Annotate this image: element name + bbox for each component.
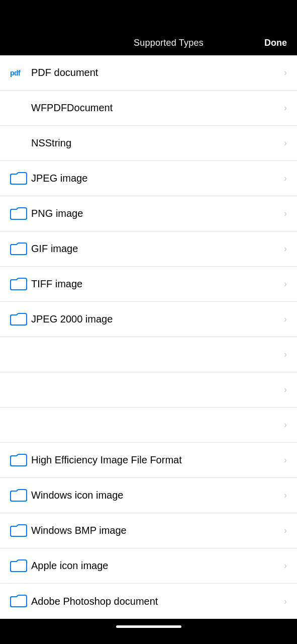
list-item-empty-1[interactable]: › — [0, 337, 297, 372]
folder-icon — [10, 593, 31, 609]
folder-svg-icon — [10, 311, 27, 328]
folder-icon — [10, 452, 31, 468]
folder-svg-icon — [10, 488, 27, 504]
done-button[interactable]: Done — [264, 38, 287, 48]
chevron-right-icon: › — [284, 279, 287, 289]
list-item-apple-icon-image[interactable]: Apple icon image› — [0, 548, 297, 584]
item-label: Windows BMP image — [31, 525, 284, 536]
folder-icon — [10, 171, 31, 187]
chevron-right-icon: › — [284, 420, 287, 430]
chevron-right-icon: › — [284, 314, 287, 325]
item-label: TIFF image — [31, 278, 284, 290]
list-item-heif-image[interactable]: High Efficiency Image File Format› — [0, 443, 297, 478]
chevron-right-icon: › — [284, 384, 287, 395]
folder-svg-icon — [10, 171, 27, 187]
list-item-windows-bmp-image[interactable]: Windows BMP image› — [0, 513, 297, 548]
item-label: JPEG image — [31, 173, 284, 184]
folder-svg-icon — [10, 558, 27, 574]
item-label: Windows icon image — [31, 490, 284, 501]
folder-icon — [10, 241, 31, 257]
folder-svg-icon — [10, 523, 27, 539]
list-item-empty-2[interactable]: › — [0, 372, 297, 408]
list-item-gif-image[interactable]: GIF image› — [0, 231, 297, 267]
folder-svg-icon — [10, 593, 27, 609]
chevron-right-icon: › — [284, 173, 287, 184]
folder-svg-icon — [10, 241, 27, 257]
chevron-right-icon: › — [284, 525, 287, 536]
folder-svg-icon — [10, 276, 27, 292]
item-label: WFPDFDocument — [31, 102, 284, 114]
chevron-right-icon: › — [284, 490, 287, 501]
item-label: Adobe Photoshop document — [31, 596, 284, 607]
list-item-photoshop-document[interactable]: Adobe Photoshop document› — [0, 584, 297, 619]
list-item-jpeg-image[interactable]: JPEG image› — [0, 161, 297, 196]
folder-icon — [10, 276, 31, 292]
chevron-right-icon: › — [284, 67, 287, 78]
folder-icon — [10, 558, 31, 574]
item-label: JPEG 2000 image — [31, 313, 284, 325]
item-label: PDF document — [31, 67, 284, 78]
list-item-jpeg2000-image[interactable]: JPEG 2000 image› — [0, 302, 297, 337]
item-label: GIF image — [31, 243, 284, 255]
header: Supported Types Done — [0, 0, 297, 55]
list-item-png-image[interactable]: PNG image› — [0, 196, 297, 231]
item-label: PNG image — [31, 208, 284, 219]
item-label: High Efficiency Image File Format — [31, 454, 284, 466]
item-label: Apple icon image — [31, 560, 284, 572]
chevron-right-icon: › — [284, 244, 287, 254]
list-item-windows-icon-image[interactable]: Windows icon image› — [0, 478, 297, 513]
list-item-wfpdf-document[interactable]: WFPDFDocument› — [0, 91, 297, 126]
list-item-nsstring[interactable]: NSString› — [0, 126, 297, 161]
folder-icon — [10, 206, 31, 222]
item-label: NSString — [31, 137, 284, 149]
pdf-icon: pdf — [10, 69, 31, 77]
list-item-pdf-document[interactable]: pdfPDF document› — [0, 55, 297, 91]
chevron-right-icon: › — [284, 596, 287, 607]
list-item-tiff-image[interactable]: TIFF image› — [0, 267, 297, 302]
chevron-right-icon: › — [284, 208, 287, 219]
folder-icon — [10, 523, 31, 539]
chevron-right-icon: › — [284, 349, 287, 360]
folder-icon — [10, 311, 31, 328]
chevron-right-icon: › — [284, 138, 287, 148]
pdf-text-icon: pdf — [10, 69, 20, 77]
chevron-right-icon: › — [284, 560, 287, 571]
list-item-empty-3[interactable]: › — [0, 408, 297, 443]
folder-icon — [10, 488, 31, 504]
chevron-right-icon: › — [284, 103, 287, 113]
folder-svg-icon — [10, 452, 27, 468]
header-title: Supported Types — [0, 38, 297, 48]
chevron-right-icon: › — [284, 455, 287, 465]
supported-types-list: pdfPDF document›WFPDFDocument›NSString› … — [0, 55, 297, 619]
folder-svg-icon — [10, 206, 27, 222]
